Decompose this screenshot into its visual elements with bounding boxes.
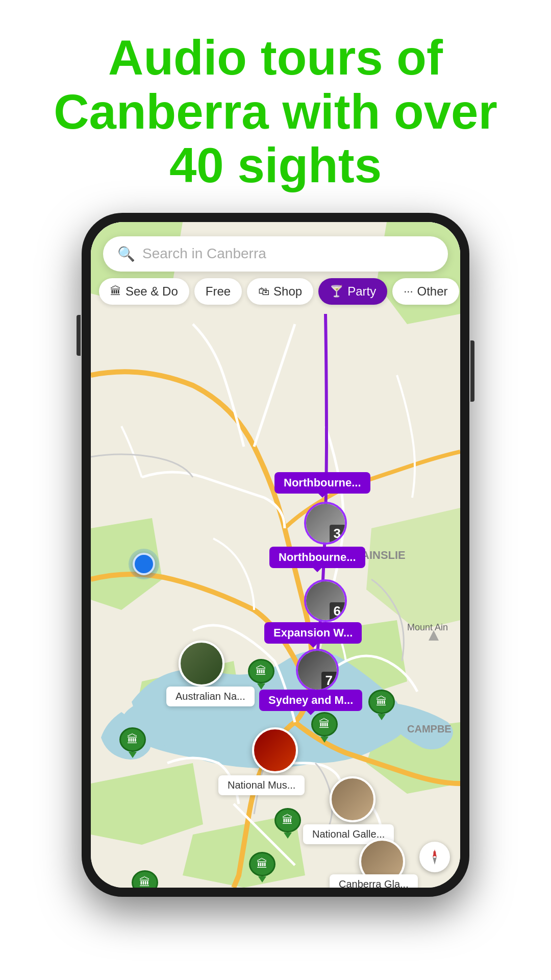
header-title: Audio tours of Canberra with over 40 sig… [31,31,520,192]
filter-party-label: Party [347,284,376,299]
filter-free-label: Free [206,284,231,299]
svg-text:CAMPBE: CAMPBE [407,723,452,734]
filter-free[interactable]: Free [194,278,242,305]
header-line-1: Audio tours of [108,30,443,85]
svg-text:Mount Ain: Mount Ain [407,622,448,632]
filter-bar: 🏛 See & Do Free 🛍 Shop 🍸 Party [99,278,452,305]
filter-see-do[interactable]: 🏛 See & Do [99,278,189,305]
phone-frame: AINSLIE CAMPBE Mount Ain A23 [82,213,469,897]
header-line-3: 40 sights [169,138,382,192]
search-bar[interactable]: 🔍 Search in Canberra [103,236,448,272]
other-icon: ··· [404,285,413,298]
shop-icon: 🛍 [258,285,269,298]
search-placeholder: Search in Canberra [142,246,266,262]
phone-wrapper: AINSLIE CAMPBE Mount Ain A23 [0,213,551,927]
header-section: Audio tours of Canberra with over 40 sig… [0,0,551,213]
map-background[interactable]: AINSLIE CAMPBE Mount Ain A23 [91,222,460,888]
filter-see-do-label: See & Do [126,284,178,299]
see-do-icon: 🏛 [110,285,121,298]
svg-text:AINSLIE: AINSLIE [361,549,406,561]
party-icon: 🍸 [330,285,343,298]
search-icon: 🔍 [117,246,135,262]
filter-other-label: Other [417,284,448,299]
filter-shop-label: Shop [273,284,302,299]
filter-party[interactable]: 🍸 Party [318,278,387,305]
filter-other[interactable]: ··· Other [392,278,459,305]
app-content: AINSLIE CAMPBE Mount Ain A23 [91,222,460,888]
header-line-2: Canberra with over [54,84,497,139]
filter-shop[interactable]: 🛍 Shop [247,278,313,305]
phone-screen: AINSLIE CAMPBE Mount Ain A23 [91,222,460,888]
